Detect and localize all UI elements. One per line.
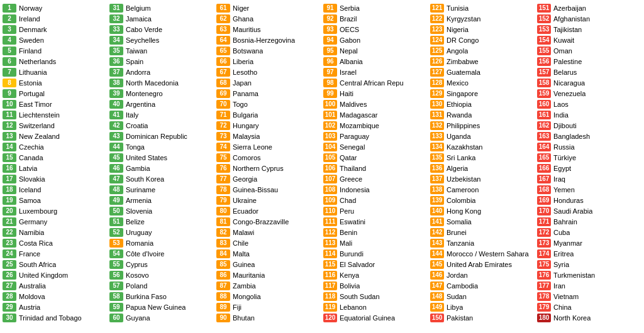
country-name: Albania: [340, 58, 363, 65]
rank-badge: 165: [537, 153, 551, 162]
rank-badge: 99: [323, 89, 337, 98]
rank-badge: 41: [109, 111, 123, 119]
list-item: 90Bhutan: [216, 312, 321, 323]
rank-badge: 47: [109, 175, 123, 183]
rank-badge: 131: [430, 111, 444, 119]
list-item: 170Saudi Arabia: [537, 205, 641, 216]
country-name: Samoa: [19, 197, 41, 204]
country-name: Nepal: [340, 47, 358, 55]
rank-badge: 79: [216, 196, 230, 205]
country-name: Romania: [126, 239, 153, 247]
list-item: 44Tonga: [109, 141, 214, 152]
country-name: Dominican Republic: [126, 133, 187, 140]
list-item: 35Taiwan: [109, 45, 214, 56]
list-item: 85Guinea: [216, 259, 321, 270]
country-name: Liberia: [233, 58, 253, 65]
country-name: Palestine: [553, 58, 582, 65]
rank-badge: 43: [109, 132, 123, 141]
list-item: 70Togo: [216, 99, 321, 109]
country-name: Ecuador: [233, 207, 258, 215]
rank-badge: 46: [109, 164, 123, 173]
rank-badge: 6: [3, 57, 16, 66]
rank-badge: 44: [109, 143, 123, 151]
list-item: 39Montenegro: [109, 88, 214, 99]
country-name: Serbia: [340, 4, 360, 12]
country-name: Tunisia: [447, 4, 469, 12]
rank-badge: 86: [216, 271, 230, 280]
country-name: Senegal: [340, 143, 365, 151]
country-name: Guatemala: [447, 68, 480, 76]
rank-badge: 76: [216, 164, 230, 173]
list-item: 123Nigeria: [430, 24, 535, 35]
list-item: 6Netherlands: [3, 56, 107, 67]
country-name: Argentina: [126, 101, 155, 108]
rank-badge: 162: [537, 121, 551, 130]
list-item: 113Mali: [323, 237, 428, 248]
country-name: Cabo Verde: [126, 26, 162, 33]
rank-badge: 147: [430, 281, 444, 290]
rank-badge: 8: [3, 79, 16, 87]
rank-badge: 23: [3, 239, 16, 248]
rank-badge: 127: [430, 68, 444, 77]
country-name: Eritrea: [553, 250, 574, 258]
country-name: Yemen: [553, 186, 575, 194]
country-name: Namibia: [19, 229, 44, 236]
list-item: 137Uzbekistan: [430, 173, 535, 184]
country-name: Mongolia: [233, 293, 261, 300]
country-name: Turkmenistan: [553, 271, 595, 279]
country-name: Hungary: [233, 122, 259, 129]
list-item: 117Bolivia: [323, 280, 428, 291]
country-name: Sudan: [447, 293, 467, 300]
rank-badge: 93: [323, 25, 337, 34]
list-item: 96Albania: [323, 56, 428, 67]
rank-badge: 17: [3, 175, 16, 183]
rank-badge: 2: [3, 14, 16, 23]
country-name: Malta: [233, 250, 250, 258]
list-item: 160Laos: [537, 99, 641, 109]
country-name: Trinidad and Tobago: [19, 314, 82, 322]
rank-badge: 174: [537, 249, 551, 258]
column-3: 61Niger62Ghana63Mauritius64Bosnia-Herzeg…: [215, 3, 322, 323]
country-name: New Zealand: [19, 133, 60, 140]
country-name: Niger: [233, 4, 249, 12]
rank-badge: 71: [216, 111, 230, 119]
country-name: Cambodia: [447, 282, 478, 290]
list-item: 83Chile: [216, 237, 321, 248]
rank-badge: 74: [216, 143, 230, 151]
country-name: Djibouti: [553, 122, 577, 129]
rank-badge: 97: [323, 68, 337, 77]
country-name: India: [553, 111, 569, 119]
country-name: Uzbekistan: [447, 175, 480, 183]
country-name: Cyprus: [126, 261, 148, 268]
country-name: Madagascar: [340, 111, 378, 119]
rank-badge: 40: [109, 100, 123, 109]
list-item: 177Iran: [537, 280, 641, 291]
rank-badge: 180: [537, 314, 551, 322]
rank-badge: 62: [216, 14, 230, 23]
list-item: 106Thailand: [323, 163, 428, 173]
list-item: 144Morocco / Western Sahara: [430, 248, 535, 259]
rank-badge: 64: [216, 36, 230, 45]
list-item: 42Croatia: [109, 120, 214, 131]
list-item: 116Kenya: [323, 270, 428, 280]
country-name: El Salvador: [340, 261, 375, 268]
country-name: Oman: [553, 47, 572, 55]
rank-badge: 21: [3, 217, 16, 226]
country-name: Morocco / Western Sahara: [447, 250, 529, 258]
rank-badge: 123: [430, 25, 444, 34]
list-item: 80Ecuador: [216, 205, 321, 216]
list-item: 69Panama: [216, 88, 321, 99]
list-item: 148Sudan: [430, 291, 535, 302]
rank-badge: 56: [109, 271, 123, 280]
list-item: 115El Salvador: [323, 259, 428, 270]
country-name: Panama: [233, 90, 258, 97]
country-name: OECS: [340, 26, 359, 33]
country-name: Mali: [340, 239, 352, 247]
list-item: 147Cambodia: [430, 280, 535, 291]
rank-badge: 54: [109, 249, 123, 258]
list-item: 114Burundi: [323, 248, 428, 259]
rank-badge: 107: [323, 175, 337, 183]
list-item: 164Russia: [537, 141, 641, 152]
rank-badge: 88: [216, 292, 230, 301]
country-name: Mozambique: [340, 122, 379, 129]
